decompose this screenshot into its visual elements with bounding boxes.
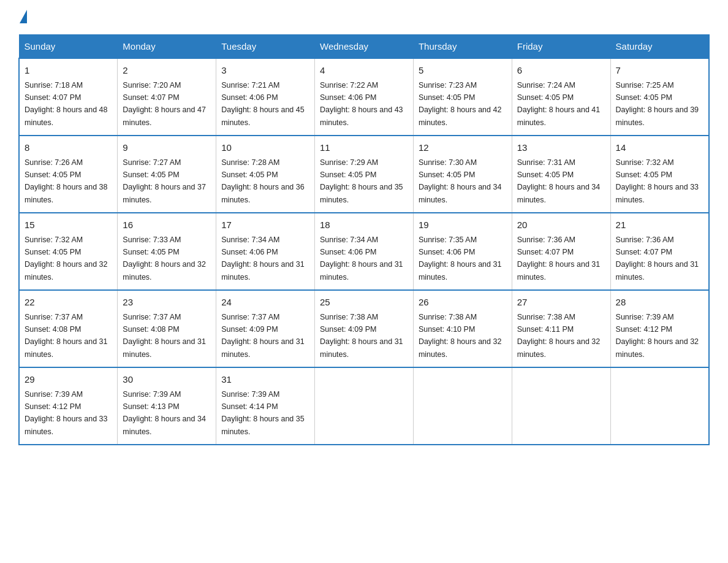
day-number: 9	[123, 141, 211, 155]
calendar-cell	[413, 367, 512, 445]
day-number: 26	[419, 296, 507, 310]
calendar-cell	[610, 367, 709, 445]
calendar-cell: 25Sunrise: 7:38 AMSunset: 4:09 PMDayligh…	[315, 290, 414, 367]
week-row-4: 22Sunrise: 7:37 AMSunset: 4:08 PMDayligh…	[19, 290, 709, 367]
calendar-cell	[315, 367, 414, 445]
calendar-cell: 2Sunrise: 7:20 AMSunset: 4:07 PMDaylight…	[118, 58, 216, 136]
calendar-cell: 10Sunrise: 7:28 AMSunset: 4:05 PMDayligh…	[216, 136, 315, 213]
day-info: Sunrise: 7:39 AMSunset: 4:12 PMDaylight:…	[616, 313, 699, 359]
day-info: Sunrise: 7:32 AMSunset: 4:05 PMDaylight:…	[616, 158, 699, 204]
day-number: 22	[25, 296, 112, 310]
calendar-cell: 15Sunrise: 7:32 AMSunset: 4:05 PMDayligh…	[19, 213, 118, 290]
calendar-cell: 30Sunrise: 7:39 AMSunset: 4:13 PMDayligh…	[118, 367, 216, 445]
day-info: Sunrise: 7:24 AMSunset: 4:05 PMDaylight:…	[517, 81, 601, 127]
day-number: 31	[221, 373, 309, 387]
day-number: 13	[517, 141, 605, 155]
day-number: 27	[517, 296, 605, 310]
calendar-cell: 31Sunrise: 7:39 AMSunset: 4:14 PMDayligh…	[216, 367, 315, 445]
day-number: 29	[25, 373, 112, 387]
calendar-cell: 17Sunrise: 7:34 AMSunset: 4:06 PMDayligh…	[216, 213, 315, 290]
calendar-cell: 1Sunrise: 7:18 AMSunset: 4:07 PMDaylight…	[19, 58, 118, 136]
day-info: Sunrise: 7:34 AMSunset: 4:06 PMDaylight:…	[221, 236, 305, 282]
day-info: Sunrise: 7:38 AMSunset: 4:11 PMDaylight:…	[517, 313, 601, 359]
day-info: Sunrise: 7:39 AMSunset: 4:14 PMDaylight:…	[221, 390, 305, 436]
logo-triangle-icon	[20, 10, 27, 23]
calendar-cell: 24Sunrise: 7:37 AMSunset: 4:09 PMDayligh…	[216, 290, 315, 367]
calendar-cell: 28Sunrise: 7:39 AMSunset: 4:12 PMDayligh…	[610, 290, 709, 367]
day-info: Sunrise: 7:30 AMSunset: 4:05 PMDaylight:…	[419, 158, 502, 204]
day-number: 6	[517, 64, 605, 78]
day-number: 23	[123, 296, 211, 310]
day-info: Sunrise: 7:38 AMSunset: 4:09 PMDaylight:…	[320, 313, 403, 359]
day-number: 19	[419, 218, 507, 232]
week-row-2: 8Sunrise: 7:26 AMSunset: 4:05 PMDaylight…	[19, 136, 709, 213]
calendar-cell: 12Sunrise: 7:30 AMSunset: 4:05 PMDayligh…	[413, 136, 512, 213]
day-info: Sunrise: 7:37 AMSunset: 4:08 PMDaylight:…	[123, 313, 206, 359]
weekday-header-saturday: Saturday	[610, 35, 709, 59]
weekday-header-row: SundayMondayTuesdayWednesdayThursdayFrid…	[19, 35, 709, 59]
calendar-cell: 4Sunrise: 7:22 AMSunset: 4:06 PMDaylight…	[315, 58, 414, 136]
day-number: 20	[517, 218, 605, 232]
calendar-cell: 23Sunrise: 7:37 AMSunset: 4:08 PMDayligh…	[118, 290, 216, 367]
calendar-cell: 7Sunrise: 7:25 AMSunset: 4:05 PMDaylight…	[610, 58, 709, 136]
day-info: Sunrise: 7:22 AMSunset: 4:06 PMDaylight:…	[320, 81, 403, 127]
calendar-cell: 20Sunrise: 7:36 AMSunset: 4:07 PMDayligh…	[512, 213, 610, 290]
day-number: 14	[616, 141, 703, 155]
day-number: 21	[616, 218, 703, 232]
week-row-3: 15Sunrise: 7:32 AMSunset: 4:05 PMDayligh…	[19, 213, 709, 290]
week-row-5: 29Sunrise: 7:39 AMSunset: 4:12 PMDayligh…	[19, 367, 709, 445]
day-number: 18	[320, 218, 408, 232]
day-number: 15	[25, 218, 112, 232]
calendar-cell: 21Sunrise: 7:36 AMSunset: 4:07 PMDayligh…	[610, 213, 709, 290]
day-info: Sunrise: 7:37 AMSunset: 4:08 PMDaylight:…	[25, 313, 108, 359]
calendar-cell: 8Sunrise: 7:26 AMSunset: 4:05 PMDaylight…	[19, 136, 118, 213]
day-number: 7	[616, 64, 703, 78]
weekday-header-thursday: Thursday	[413, 35, 512, 59]
day-info: Sunrise: 7:36 AMSunset: 4:07 PMDaylight:…	[517, 236, 601, 282]
calendar-cell: 3Sunrise: 7:21 AMSunset: 4:06 PMDaylight…	[216, 58, 315, 136]
page-header	[18, 12, 710, 23]
day-info: Sunrise: 7:36 AMSunset: 4:07 PMDaylight:…	[616, 236, 699, 282]
day-number: 24	[221, 296, 309, 310]
day-info: Sunrise: 7:20 AMSunset: 4:07 PMDaylight:…	[123, 81, 206, 127]
day-number: 4	[320, 64, 408, 78]
weekday-header-wednesday: Wednesday	[315, 35, 414, 59]
calendar-cell: 9Sunrise: 7:27 AMSunset: 4:05 PMDaylight…	[118, 136, 216, 213]
day-number: 11	[320, 141, 408, 155]
calendar-cell: 22Sunrise: 7:37 AMSunset: 4:08 PMDayligh…	[19, 290, 118, 367]
calendar-cell: 6Sunrise: 7:24 AMSunset: 4:05 PMDaylight…	[512, 58, 610, 136]
day-info: Sunrise: 7:27 AMSunset: 4:05 PMDaylight:…	[123, 158, 206, 204]
calendar-cell: 27Sunrise: 7:38 AMSunset: 4:11 PMDayligh…	[512, 290, 610, 367]
day-number: 1	[25, 64, 112, 78]
weekday-header-sunday: Sunday	[19, 35, 118, 59]
day-info: Sunrise: 7:26 AMSunset: 4:05 PMDaylight:…	[25, 158, 108, 204]
day-info: Sunrise: 7:23 AMSunset: 4:05 PMDaylight:…	[419, 81, 502, 127]
day-number: 17	[221, 218, 309, 232]
day-number: 8	[25, 141, 112, 155]
weekday-header-friday: Friday	[512, 35, 610, 59]
calendar-cell	[512, 367, 610, 445]
calendar-cell: 18Sunrise: 7:34 AMSunset: 4:06 PMDayligh…	[315, 213, 414, 290]
day-info: Sunrise: 7:32 AMSunset: 4:05 PMDaylight:…	[25, 236, 108, 282]
weekday-header-monday: Monday	[118, 35, 216, 59]
day-info: Sunrise: 7:29 AMSunset: 4:05 PMDaylight:…	[320, 158, 403, 204]
week-row-1: 1Sunrise: 7:18 AMSunset: 4:07 PMDaylight…	[19, 58, 709, 136]
calendar-cell: 11Sunrise: 7:29 AMSunset: 4:05 PMDayligh…	[315, 136, 414, 213]
logo	[18, 12, 27, 23]
day-info: Sunrise: 7:39 AMSunset: 4:12 PMDaylight:…	[25, 390, 108, 436]
day-info: Sunrise: 7:25 AMSunset: 4:05 PMDaylight:…	[616, 81, 699, 127]
day-number: 3	[221, 64, 309, 78]
calendar-cell: 16Sunrise: 7:33 AMSunset: 4:05 PMDayligh…	[118, 213, 216, 290]
calendar-cell: 29Sunrise: 7:39 AMSunset: 4:12 PMDayligh…	[19, 367, 118, 445]
day-info: Sunrise: 7:33 AMSunset: 4:05 PMDaylight:…	[123, 236, 206, 282]
calendar-cell: 19Sunrise: 7:35 AMSunset: 4:06 PMDayligh…	[413, 213, 512, 290]
day-info: Sunrise: 7:38 AMSunset: 4:10 PMDaylight:…	[419, 313, 502, 359]
calendar-cell: 14Sunrise: 7:32 AMSunset: 4:05 PMDayligh…	[610, 136, 709, 213]
day-number: 10	[221, 141, 309, 155]
calendar-table: SundayMondayTuesdayWednesdayThursdayFrid…	[18, 34, 710, 445]
day-info: Sunrise: 7:21 AMSunset: 4:06 PMDaylight:…	[221, 81, 305, 127]
day-number: 25	[320, 296, 408, 310]
weekday-header-tuesday: Tuesday	[216, 35, 315, 59]
logo-text	[18, 12, 27, 23]
day-number: 2	[123, 64, 211, 78]
